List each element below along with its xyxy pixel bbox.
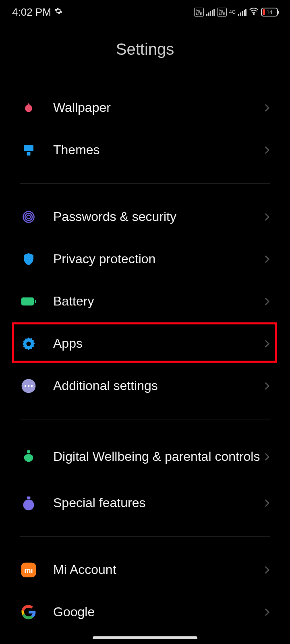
item-label: Passwords & security	[53, 209, 264, 224]
gear-icon	[54, 7, 62, 17]
svg-point-11	[28, 385, 30, 387]
signal-icon-2	[238, 8, 246, 16]
svg-point-4	[25, 213, 32, 221]
item-apps[interactable]: Apps	[20, 322, 270, 365]
fingerprint-icon	[20, 208, 37, 225]
item-label: Google	[53, 604, 264, 619]
status-bar: 4:02 PM VoLTE VoLTE 4G 14	[0, 0, 290, 24]
volte-icon: VoLTE	[194, 8, 204, 17]
svg-rect-2	[27, 152, 31, 155]
volte-icon-2: VoLTE	[217, 8, 227, 17]
chevron-right-icon	[264, 452, 270, 461]
item-wallpaper[interactable]: Wallpaper	[20, 87, 270, 129]
battery-icon	[20, 293, 37, 310]
svg-rect-7	[35, 300, 36, 303]
chevron-right-icon	[264, 382, 270, 390]
chevron-right-icon	[264, 566, 270, 574]
item-label: Apps	[53, 336, 264, 351]
svg-rect-14	[27, 496, 31, 499]
wellbeing-icon	[20, 448, 37, 465]
svg-point-0	[253, 14, 254, 14]
item-google[interactable]: Google	[20, 591, 270, 633]
apps-gear-icon	[20, 335, 37, 352]
item-label: Privacy protection	[53, 251, 264, 266]
themes-icon	[20, 142, 37, 159]
nav-indicator	[93, 636, 197, 639]
divider	[20, 419, 270, 419]
item-privacy[interactable]: Privacy protection	[20, 238, 270, 280]
item-label: Digital Wellbeing & parental controls	[53, 449, 264, 464]
chevron-right-icon	[264, 103, 270, 112]
item-battery[interactable]: Battery	[20, 280, 270, 322]
status-right: VoLTE VoLTE 4G 14	[194, 7, 278, 17]
item-passwords[interactable]: Passwords & security	[20, 196, 270, 238]
settings-list: Wallpaper Themes Passwords & security Pr…	[0, 87, 290, 633]
status-time: 4:02 PM	[12, 6, 51, 19]
item-wellbeing[interactable]: Digital Wellbeing & parental controls	[20, 431, 270, 482]
dots-icon	[20, 378, 37, 394]
divider	[20, 536, 270, 537]
battery-icon: 14	[261, 8, 278, 17]
item-label: Themes	[53, 142, 264, 157]
svg-point-10	[25, 385, 27, 387]
flask-icon	[20, 495, 37, 512]
svg-rect-6	[21, 297, 34, 305]
svg-text:mı: mı	[24, 566, 33, 574]
chevron-right-icon	[264, 297, 270, 306]
mi-icon: mı	[20, 561, 37, 578]
item-label: Battery	[53, 293, 264, 309]
network-label: 4G	[229, 9, 236, 15]
item-label: Additional settings	[53, 378, 264, 393]
item-mi-account[interactable]: mı Mi Account	[20, 549, 270, 591]
chevron-right-icon	[264, 339, 270, 348]
signal-icon	[206, 8, 215, 16]
chevron-right-icon	[264, 499, 270, 508]
svg-point-13	[27, 450, 31, 454]
chevron-right-icon	[264, 255, 270, 264]
item-label: Special features	[53, 495, 264, 510]
page-title: Settings	[0, 40, 290, 58]
item-label: Wallpaper	[53, 100, 264, 115]
wallpaper-icon	[20, 99, 37, 116]
chevron-right-icon	[264, 608, 270, 617]
svg-point-8	[26, 341, 31, 346]
google-icon	[20, 604, 37, 621]
shield-icon	[20, 251, 37, 268]
item-themes[interactable]: Themes	[20, 129, 270, 171]
wifi-icon	[249, 7, 259, 17]
item-special[interactable]: Special features	[20, 482, 270, 524]
item-label: Mi Account	[53, 562, 264, 577]
status-left: 4:02 PM	[12, 6, 62, 19]
svg-point-12	[31, 385, 33, 387]
battery-percent: 14	[262, 9, 277, 15]
chevron-right-icon	[264, 146, 270, 155]
divider	[20, 183, 270, 184]
svg-point-5	[27, 215, 31, 219]
chevron-right-icon	[264, 213, 270, 221]
svg-rect-1	[24, 145, 33, 151]
item-additional[interactable]: Additional settings	[20, 365, 270, 407]
svg-point-15	[23, 500, 34, 510]
